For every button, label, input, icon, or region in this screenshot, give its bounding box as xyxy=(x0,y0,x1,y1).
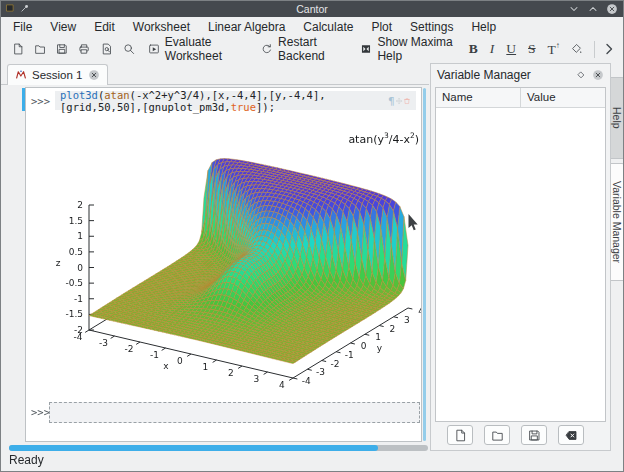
fill-color-icon[interactable] xyxy=(571,41,583,57)
command-token: atan xyxy=(104,89,129,101)
restart-backend-button[interactable]: Restart Backend xyxy=(261,35,344,63)
show-maxima-help-button[interactable]: Show Maxima Help xyxy=(360,35,454,63)
menu-view[interactable]: View xyxy=(41,19,85,35)
plot-title-part: ) xyxy=(415,133,419,146)
app-menu-icon[interactable] xyxy=(5,3,15,13)
clear-variables-button[interactable] xyxy=(558,425,584,445)
tabbar: Session 1 xyxy=(1,62,429,85)
status-bar: Ready xyxy=(9,453,44,467)
superscript-label: T xyxy=(548,41,556,56)
superscript-button[interactable]: T↑ xyxy=(548,41,560,58)
command-token: ]); xyxy=(256,101,275,113)
new-worksheet-button[interactable] xyxy=(12,41,24,57)
variable-table[interactable]: NameValue xyxy=(435,87,606,422)
save-worksheet-button[interactable] xyxy=(56,41,68,57)
menu-plot[interactable]: Plot xyxy=(362,19,401,35)
variable-manager-title: Variable Manager xyxy=(437,68,570,82)
empty-command-entry[interactable] xyxy=(49,402,420,423)
menu-settings[interactable]: Settings xyxy=(401,19,462,35)
command-entry[interactable]: plot3d(atan(-x^2+y^3/4),[x,-4,4],[y,-4,4… xyxy=(55,91,416,110)
underline-button[interactable]: U xyxy=(506,41,516,57)
titlebar: Cantor xyxy=(1,1,623,17)
plot-result[interactable]: atan(y3/4-x2) xyxy=(31,114,421,416)
tab-session-1[interactable]: Session 1 xyxy=(7,64,108,85)
maximize-button[interactable] xyxy=(587,3,599,15)
variable-column-value[interactable]: Value xyxy=(521,88,605,107)
side-tab-strip: Help Variable Manager xyxy=(611,63,624,451)
plot-title-part: /4-x xyxy=(389,133,410,146)
print-preview-button[interactable] xyxy=(101,41,113,57)
toolbar-separator xyxy=(594,41,595,58)
restart-icon xyxy=(261,41,273,57)
find-button[interactable] xyxy=(123,41,135,57)
menu-edit[interactable]: Edit xyxy=(85,19,124,35)
bold-button[interactable]: B xyxy=(469,41,478,57)
close-window-button[interactable] xyxy=(606,3,618,15)
menu-file[interactable]: File xyxy=(4,19,41,35)
new-variable-button[interactable] xyxy=(447,425,473,445)
toolbar: Evaluate Worksheet Restart Backend Show … xyxy=(1,36,623,62)
command-prompt: >>> xyxy=(31,95,50,107)
variable-manager-toolbar xyxy=(431,425,610,447)
delete-cell-icon[interactable] xyxy=(403,95,411,107)
italic-button[interactable]: I xyxy=(490,41,495,57)
plot-title-part: atan(y xyxy=(348,133,384,146)
pin-icon[interactable] xyxy=(20,3,30,13)
restart-label: Restart Backend xyxy=(278,35,344,63)
mouse-cursor xyxy=(408,214,419,232)
plot-canvas[interactable] xyxy=(31,114,421,416)
session-progress-fill xyxy=(9,445,378,451)
menu-linear-algebra[interactable]: Linear Algebra xyxy=(199,19,294,35)
cantor-window: Cantor FileViewEditWorksheetLinear Algeb… xyxy=(0,0,624,472)
minimize-button[interactable] xyxy=(568,3,580,15)
worksheet[interactable]: >>> plot3d(atan(-x^2+y^3/4),[x,-4,4],[y,… xyxy=(25,87,422,442)
side-tab-variable-manager[interactable]: Variable Manager xyxy=(611,163,624,281)
side-tab-help[interactable]: Help xyxy=(611,77,624,159)
evaluate-worksheet-button[interactable]: Evaluate Worksheet xyxy=(148,35,245,63)
menu-calculate[interactable]: Calculate xyxy=(294,19,362,35)
variable-column-name[interactable]: Name xyxy=(436,88,521,107)
save-variables-button[interactable] xyxy=(521,425,547,445)
plot-title: atan(y3/4-x2) xyxy=(348,131,419,146)
strikethrough-button[interactable]: S xyxy=(528,41,536,57)
print-button[interactable] xyxy=(78,41,90,57)
float-panel-icon[interactable] xyxy=(576,70,586,80)
menubar: FileViewEditWorksheetLinear AlgebraCalcu… xyxy=(1,17,623,36)
variable-manager-header: Variable Manager xyxy=(431,64,610,85)
menu-worksheet[interactable]: Worksheet xyxy=(124,19,199,35)
move-cell-icon[interactable] xyxy=(395,95,403,107)
maxima-help-icon xyxy=(360,41,372,57)
command-token: true xyxy=(231,101,256,113)
window-title: Cantor xyxy=(296,3,328,15)
command-token: plot3d xyxy=(60,89,98,101)
menu-help[interactable]: Help xyxy=(462,19,505,35)
maxima-help-label: Show Maxima Help xyxy=(377,35,454,63)
evaluate-icon xyxy=(148,41,160,57)
maxima-backend-icon xyxy=(15,69,27,81)
toolbar-overflow-button[interactable] xyxy=(601,41,617,57)
next-command-prompt: >>> xyxy=(31,406,50,418)
paragraph-mark: ¶ xyxy=(388,95,395,107)
open-worksheet-button[interactable] xyxy=(34,41,46,57)
variable-manager-panel: Variable Manager NameValue xyxy=(430,63,611,451)
superscript-mark: ↑ xyxy=(556,41,560,50)
worksheet-scrollbar[interactable] xyxy=(423,88,426,441)
close-panel-icon[interactable] xyxy=(592,69,604,81)
evaluate-label: Evaluate Worksheet xyxy=(165,35,245,63)
session-progress-bar xyxy=(9,445,428,451)
variable-table-header: NameValue xyxy=(436,88,605,108)
load-variables-button[interactable] xyxy=(484,425,510,445)
tab-close-icon[interactable] xyxy=(88,69,100,81)
tab-session-label: Session 1 xyxy=(32,69,83,81)
command-line: plot3d(atan(-x^2+y^3/4),[x,-4,4],[y,-4,4… xyxy=(60,89,386,113)
